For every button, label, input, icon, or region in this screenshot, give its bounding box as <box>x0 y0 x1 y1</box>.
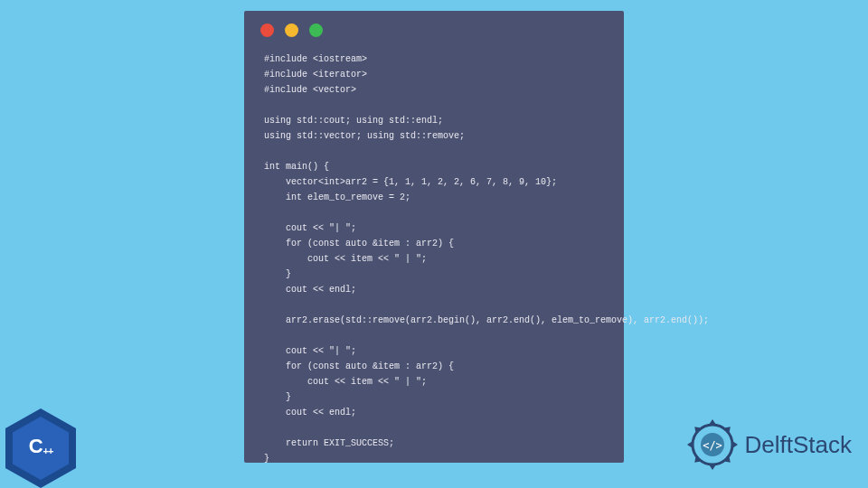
brand-name: DelftStack <box>745 431 853 459</box>
cpp-plus: ++ <box>43 446 53 456</box>
window-controls <box>244 11 624 46</box>
gear-flower-icon: </> <box>685 418 740 472</box>
cpp-logo: C++ <box>5 408 76 488</box>
svg-text:</>: </> <box>703 439 722 452</box>
cpp-letter: C <box>29 435 43 458</box>
code-content: #include <iostream> #include <iterator> … <box>244 46 624 472</box>
maximize-icon <box>309 23 323 37</box>
code-window: #include <iostream> #include <iterator> … <box>244 11 624 463</box>
brand-logo: </> DelftStack <box>685 418 853 472</box>
close-icon <box>260 23 274 37</box>
minimize-icon <box>285 23 298 37</box>
